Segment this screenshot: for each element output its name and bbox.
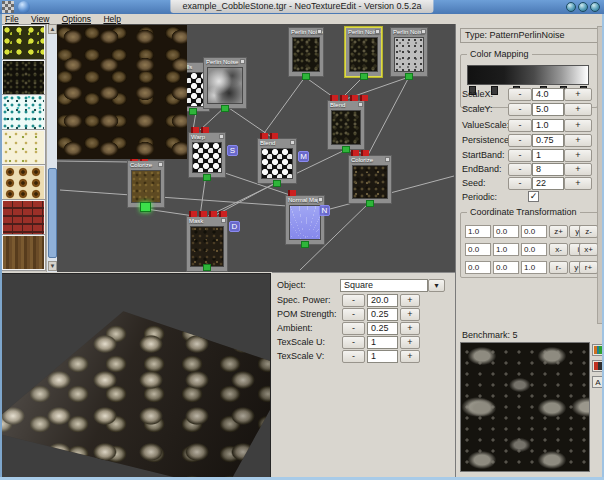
increment-button[interactable]: + — [564, 103, 592, 116]
titlebar[interactable]: example_CobbleStone.tgr - NeoTextureEdit… — [0, 0, 604, 14]
matrix-cell[interactable]: 0.0 — [493, 225, 519, 238]
scroll-up-icon[interactable]: ▲ — [48, 24, 57, 34]
output-handle[interactable] — [405, 73, 413, 80]
transform-button[interactable]: x- — [549, 243, 568, 256]
window-menu-icon[interactable] — [2, 1, 14, 13]
output-handle[interactable] — [189, 108, 197, 115]
param-value-field[interactable]: 4.0 — [532, 88, 564, 101]
node-blend-cells[interactable]: Blend M — [257, 138, 297, 184]
output-handle[interactable] — [221, 105, 229, 112]
node-perlin-noise-cloud[interactable]: Perlin Noise — [203, 57, 247, 109]
output-handle[interactable] — [203, 264, 211, 271]
decrement-button[interactable]: - — [342, 308, 365, 321]
decrement-button[interactable]: - — [508, 149, 532, 162]
input-handles[interactable] — [288, 190, 296, 196]
matrix-cell[interactable]: 1.0 — [465, 225, 491, 238]
param-value-field[interactable]: 0.25 — [367, 308, 398, 321]
matrix-cell[interactable]: 1.0 — [521, 261, 547, 274]
param-value-field[interactable]: 1 — [367, 336, 398, 349]
increment-button[interactable]: + — [400, 294, 420, 307]
param-value-field[interactable]: 1 — [367, 350, 398, 363]
library-texture-stars[interactable] — [2, 25, 45, 60]
input-handles[interactable] — [351, 150, 369, 156]
decrement-button[interactable]: - — [508, 134, 532, 147]
param-value-field[interactable]: 8 — [532, 163, 564, 176]
matrix-cell[interactable]: 1.0 — [493, 243, 519, 256]
decrement-button[interactable]: - — [508, 88, 532, 101]
menu-file[interactable]: File — [0, 14, 24, 24]
node-mask[interactable]: Mask D — [186, 216, 228, 272]
increment-button[interactable]: + — [400, 322, 420, 335]
decrement-button[interactable]: - — [342, 350, 365, 363]
decrement-button[interactable]: - — [508, 163, 532, 176]
minimize-button[interactable] — [566, 2, 576, 12]
output-handle-selected[interactable] — [140, 202, 151, 212]
scroll-down-icon[interactable]: ▼ — [48, 261, 57, 271]
param-value-field[interactable]: 5.0 — [532, 103, 564, 116]
node-colorize-left[interactable]: Colorize — [127, 160, 165, 208]
decrement-button[interactable]: - — [342, 336, 365, 349]
input-handles[interactable] — [330, 95, 368, 101]
scrollbar-thumb[interactable] — [48, 168, 57, 258]
increment-button[interactable]: + — [564, 88, 592, 101]
gradient-editor[interactable] — [467, 65, 589, 85]
output-handle[interactable] — [342, 146, 350, 153]
decrement-button[interactable]: - — [508, 103, 532, 116]
menu-help[interactable]: Help — [98, 14, 125, 24]
increment-button[interactable]: + — [564, 163, 592, 176]
library-texture-speckle[interactable] — [2, 95, 45, 130]
input-handles[interactable] — [191, 127, 209, 133]
node-colorize-right[interactable]: Colorize — [348, 155, 392, 204]
matrix-cell[interactable]: 0.0 — [465, 243, 491, 256]
node-perlin-noise-1[interactable]: Perlin Noise — [288, 27, 324, 77]
decrement-button[interactable]: - — [508, 119, 532, 132]
close-button[interactable] — [590, 2, 600, 12]
increment-button[interactable]: + — [564, 119, 592, 132]
transform-button[interactable]: z+ — [549, 225, 568, 238]
transform-button[interactable]: r- — [549, 261, 568, 274]
param-value-field[interactable]: 1.0 — [532, 119, 564, 132]
preview-3d-viewport[interactable] — [1, 273, 271, 478]
library-texture-moss[interactable] — [2, 60, 45, 95]
periodic-checkbox[interactable]: ✓ — [528, 191, 539, 202]
node-blend-mid[interactable]: Blend — [327, 100, 365, 150]
output-handle[interactable] — [366, 200, 374, 207]
decrement-button[interactable]: - — [508, 177, 532, 190]
output-handle[interactable] — [301, 241, 309, 248]
benchmark-preview[interactable] — [460, 342, 590, 472]
matrix-cell[interactable]: 0.0 — [493, 261, 519, 274]
transform-button[interactable]: r+ — [579, 261, 598, 274]
library-texture-leopard[interactable] — [2, 165, 45, 200]
library-texture-brick[interactable] — [2, 200, 45, 235]
menu-view[interactable]: View — [26, 14, 54, 24]
decrement-button[interactable]: - — [342, 294, 365, 307]
matrix-cell[interactable]: 0.0 — [465, 261, 491, 274]
node-warp[interactable]: Warp S — [188, 132, 226, 178]
node-graph-canvas[interactable]: Cells Perlin Noise Perlin Noise Perlin N… — [57, 24, 455, 272]
node-perlin-noise-3[interactable]: Perlin Noise — [390, 27, 428, 77]
output-handle[interactable] — [360, 73, 368, 80]
increment-button[interactable]: + — [400, 308, 420, 321]
menu-options[interactable]: Options — [57, 14, 96, 24]
increment-button[interactable]: + — [564, 134, 592, 147]
matrix-cell[interactable]: 0.0 — [521, 225, 547, 238]
object-select[interactable]: Square — [340, 279, 428, 292]
increment-button[interactable]: + — [564, 177, 592, 190]
texture-zoom-preview[interactable] — [57, 25, 187, 159]
increment-button[interactable]: + — [564, 149, 592, 162]
param-value-field[interactable]: 22 — [532, 177, 564, 190]
decrement-button[interactable]: - — [342, 322, 365, 335]
input-handles[interactable] — [260, 133, 278, 139]
increment-button[interactable]: + — [400, 350, 420, 363]
transform-button[interactable]: x+ — [579, 243, 598, 256]
param-value-field[interactable]: 20.0 — [367, 294, 398, 307]
output-handle[interactable] — [203, 174, 211, 181]
node-perlin-noise-2-selected[interactable]: Perlin Noise — [345, 27, 382, 77]
increment-button[interactable]: + — [400, 336, 420, 349]
maximize-button[interactable] — [578, 2, 588, 12]
param-value-field[interactable]: 0.75 — [532, 134, 564, 147]
library-scrollbar[interactable]: ▲ ▼ — [46, 24, 57, 272]
output-handle[interactable] — [273, 180, 281, 187]
library-texture-wood[interactable] — [2, 235, 45, 270]
library-texture-cream[interactable] — [2, 130, 45, 165]
